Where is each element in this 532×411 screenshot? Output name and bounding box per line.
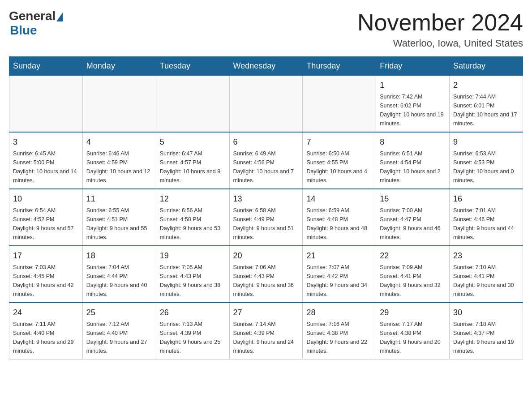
day-info: Sunrise: 7:05 AMSunset: 4:43 PMDaylight:… [160,263,226,299]
calendar-day-cell: 26Sunrise: 7:13 AMSunset: 4:39 PMDayligh… [156,303,229,360]
calendar-day-cell [82,76,156,133]
calendar-day-cell: 11Sunrise: 6:55 AMSunset: 4:51 PMDayligh… [82,189,156,246]
calendar-day-cell: 20Sunrise: 7:06 AMSunset: 4:43 PMDayligh… [229,246,303,303]
calendar-day-cell: 1Sunrise: 7:42 AMSunset: 6:02 PMDaylight… [376,76,450,133]
day-info: Sunrise: 7:42 AMSunset: 6:02 PMDaylight:… [380,92,446,128]
day-number: 24 [13,307,79,319]
day-number: 18 [86,250,152,262]
calendar-day-cell: 18Sunrise: 7:04 AMSunset: 4:44 PMDayligh… [82,246,156,303]
day-info: Sunrise: 6:47 AMSunset: 4:57 PMDaylight:… [160,149,226,185]
calendar-day-cell: 29Sunrise: 7:17 AMSunset: 4:38 PMDayligh… [376,303,450,360]
day-info: Sunrise: 6:49 AMSunset: 4:56 PMDaylight:… [233,149,299,185]
day-number: 8 [380,136,446,148]
calendar-day-cell: 7Sunrise: 6:50 AMSunset: 4:55 PMDaylight… [303,132,376,189]
day-number: 28 [306,307,372,319]
day-number: 12 [160,193,226,205]
calendar-day-cell: 16Sunrise: 7:01 AMSunset: 4:46 PMDayligh… [450,189,523,246]
day-info: Sunrise: 7:09 AMSunset: 4:41 PMDaylight:… [380,263,446,299]
day-info: Sunrise: 6:59 AMSunset: 4:48 PMDaylight:… [306,206,372,242]
day-number: 11 [86,193,152,205]
calendar-day-cell: 13Sunrise: 6:58 AMSunset: 4:49 PMDayligh… [229,189,303,246]
day-number: 27 [233,307,299,319]
logo-blue-text: Blue [10,23,37,38]
calendar-day-cell: 2Sunrise: 7:44 AMSunset: 6:01 PMDaylight… [450,76,523,133]
weekday-header-tuesday: Tuesday [156,57,229,76]
day-number: 29 [380,307,446,319]
calendar-day-cell: 19Sunrise: 7:05 AMSunset: 4:43 PMDayligh… [156,246,229,303]
day-number: 23 [453,250,519,262]
calendar-day-cell: 22Sunrise: 7:09 AMSunset: 4:41 PMDayligh… [376,246,450,303]
day-number: 7 [306,136,372,148]
calendar-day-cell: 28Sunrise: 7:16 AMSunset: 4:38 PMDayligh… [303,303,376,360]
calendar-week-row: 1Sunrise: 7:42 AMSunset: 6:02 PMDaylight… [9,76,523,133]
weekday-header-saturday: Saturday [450,57,523,76]
day-info: Sunrise: 7:11 AMSunset: 4:40 PMDaylight:… [13,320,79,355]
calendar-day-cell: 25Sunrise: 7:12 AMSunset: 4:40 PMDayligh… [82,303,156,360]
day-number: 3 [13,136,79,148]
weekday-header-row: SundayMondayTuesdayWednesdayThursdayFrid… [9,57,523,76]
day-info: Sunrise: 6:46 AMSunset: 4:59 PMDaylight:… [86,149,152,185]
logo: General Blue [9,9,63,38]
calendar-day-cell: 5Sunrise: 6:47 AMSunset: 4:57 PMDaylight… [156,132,229,189]
calendar-day-cell [303,76,376,133]
day-info: Sunrise: 7:18 AMSunset: 4:37 PMDaylight:… [453,320,519,355]
day-info: Sunrise: 6:56 AMSunset: 4:50 PMDaylight:… [160,206,226,242]
calendar-day-cell: 24Sunrise: 7:11 AMSunset: 4:40 PMDayligh… [9,303,83,360]
calendar-day-cell: 14Sunrise: 6:59 AMSunset: 4:48 PMDayligh… [303,189,376,246]
day-info: Sunrise: 7:04 AMSunset: 4:44 PMDaylight:… [86,263,152,299]
day-number: 13 [233,193,299,205]
calendar-day-cell: 27Sunrise: 7:14 AMSunset: 4:39 PMDayligh… [229,303,303,360]
day-info: Sunrise: 7:07 AMSunset: 4:42 PMDaylight:… [306,263,372,299]
day-number: 17 [13,250,79,262]
day-info: Sunrise: 6:51 AMSunset: 4:54 PMDaylight:… [380,149,446,185]
calendar-day-cell [9,76,83,133]
day-number: 2 [453,79,519,91]
day-info: Sunrise: 7:13 AMSunset: 4:39 PMDaylight:… [160,320,226,355]
day-number: 6 [233,136,299,148]
day-number: 5 [160,136,226,148]
day-info: Sunrise: 6:54 AMSunset: 4:52 PMDaylight:… [13,206,79,242]
day-number: 4 [86,136,152,148]
weekday-header-monday: Monday [82,57,156,76]
calendar-subtitle: Waterloo, Iowa, United States [357,38,523,49]
day-info: Sunrise: 7:44 AMSunset: 6:01 PMDaylight:… [453,92,519,128]
calendar-week-row: 17Sunrise: 7:03 AMSunset: 4:45 PMDayligh… [9,246,523,303]
day-number: 26 [160,307,226,319]
day-info: Sunrise: 7:03 AMSunset: 4:45 PMDaylight:… [13,263,79,299]
day-info: Sunrise: 7:01 AMSunset: 4:46 PMDaylight:… [453,206,519,242]
day-number: 20 [233,250,299,262]
calendar-day-cell: 23Sunrise: 7:10 AMSunset: 4:41 PMDayligh… [450,246,523,303]
calendar-day-cell: 3Sunrise: 6:45 AMSunset: 5:00 PMDaylight… [9,132,83,189]
day-info: Sunrise: 7:14 AMSunset: 4:39 PMDaylight:… [233,320,299,355]
calendar-day-cell [229,76,303,133]
day-info: Sunrise: 6:50 AMSunset: 4:55 PMDaylight:… [306,149,372,185]
day-info: Sunrise: 7:17 AMSunset: 4:38 PMDaylight:… [380,320,446,355]
day-number: 10 [13,193,79,205]
calendar-week-row: 10Sunrise: 6:54 AMSunset: 4:52 PMDayligh… [9,189,523,246]
day-number: 25 [86,307,152,319]
calendar-title-area: November 2024 Waterloo, Iowa, United Sta… [357,9,523,49]
page-header: General Blue November 2024 Waterloo, Iow… [9,9,523,49]
day-info: Sunrise: 7:12 AMSunset: 4:40 PMDaylight:… [86,320,152,355]
day-number: 14 [306,193,372,205]
logo-triangle-icon [56,13,63,21]
day-number: 9 [453,136,519,148]
day-number: 19 [160,250,226,262]
day-number: 21 [306,250,372,262]
weekday-header-wednesday: Wednesday [229,57,303,76]
weekday-header-thursday: Thursday [303,57,376,76]
calendar-title: November 2024 [357,9,523,36]
day-number: 30 [453,307,519,319]
weekday-header-sunday: Sunday [9,57,83,76]
day-info: Sunrise: 7:00 AMSunset: 4:47 PMDaylight:… [380,206,446,242]
day-info: Sunrise: 6:58 AMSunset: 4:49 PMDaylight:… [233,206,299,242]
calendar-day-cell: 10Sunrise: 6:54 AMSunset: 4:52 PMDayligh… [9,189,83,246]
day-info: Sunrise: 7:06 AMSunset: 4:43 PMDaylight:… [233,263,299,299]
day-number: 15 [380,193,446,205]
calendar-week-row: 24Sunrise: 7:11 AMSunset: 4:40 PMDayligh… [9,303,523,360]
calendar-day-cell: 30Sunrise: 7:18 AMSunset: 4:37 PMDayligh… [450,303,523,360]
calendar-day-cell: 9Sunrise: 6:53 AMSunset: 4:53 PMDaylight… [450,132,523,189]
day-info: Sunrise: 7:16 AMSunset: 4:38 PMDaylight:… [306,320,372,355]
calendar-day-cell: 6Sunrise: 6:49 AMSunset: 4:56 PMDaylight… [229,132,303,189]
calendar-day-cell: 17Sunrise: 7:03 AMSunset: 4:45 PMDayligh… [9,246,83,303]
